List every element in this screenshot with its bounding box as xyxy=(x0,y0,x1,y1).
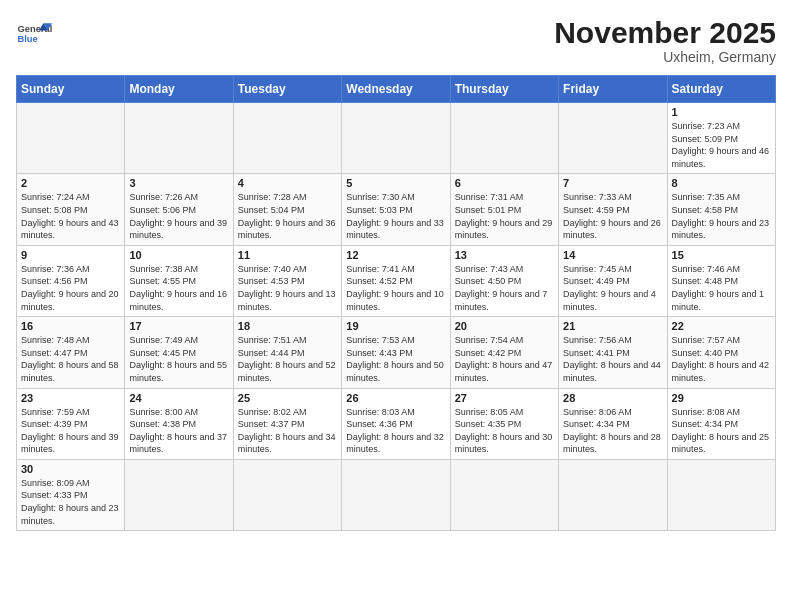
day-number: 16 xyxy=(21,320,120,332)
calendar-day-cell: 7Sunrise: 7:33 AM Sunset: 4:59 PM Daylig… xyxy=(559,174,667,245)
calendar-table: SundayMondayTuesdayWednesdayThursdayFrid… xyxy=(16,75,776,531)
day-number: 17 xyxy=(129,320,228,332)
day-number: 14 xyxy=(563,249,662,261)
calendar-day-cell xyxy=(233,459,341,530)
calendar-week-row: 1Sunrise: 7:23 AM Sunset: 5:09 PM Daylig… xyxy=(17,103,776,174)
day-number: 10 xyxy=(129,249,228,261)
calendar-day-cell xyxy=(450,103,558,174)
calendar-day-cell: 15Sunrise: 7:46 AM Sunset: 4:48 PM Dayli… xyxy=(667,245,775,316)
calendar-day-cell: 12Sunrise: 7:41 AM Sunset: 4:52 PM Dayli… xyxy=(342,245,450,316)
calendar-day-cell: 28Sunrise: 8:06 AM Sunset: 4:34 PM Dayli… xyxy=(559,388,667,459)
calendar-day-cell: 3Sunrise: 7:26 AM Sunset: 5:06 PM Daylig… xyxy=(125,174,233,245)
calendar-day-cell: 4Sunrise: 7:28 AM Sunset: 5:04 PM Daylig… xyxy=(233,174,341,245)
day-info: Sunrise: 7:24 AM Sunset: 5:08 PM Dayligh… xyxy=(21,191,120,241)
calendar-day-cell: 20Sunrise: 7:54 AM Sunset: 4:42 PM Dayli… xyxy=(450,317,558,388)
day-number: 13 xyxy=(455,249,554,261)
calendar-day-cell xyxy=(559,103,667,174)
calendar-day-cell: 19Sunrise: 7:53 AM Sunset: 4:43 PM Dayli… xyxy=(342,317,450,388)
calendar-day-cell xyxy=(17,103,125,174)
day-info: Sunrise: 8:00 AM Sunset: 4:38 PM Dayligh… xyxy=(129,406,228,456)
day-number: 22 xyxy=(672,320,771,332)
day-number: 18 xyxy=(238,320,337,332)
calendar-day-cell: 1Sunrise: 7:23 AM Sunset: 5:09 PM Daylig… xyxy=(667,103,775,174)
calendar-day-cell: 27Sunrise: 8:05 AM Sunset: 4:35 PM Dayli… xyxy=(450,388,558,459)
page-header: General Blue November 2025 Uxheim, Germa… xyxy=(16,16,776,65)
day-number: 20 xyxy=(455,320,554,332)
calendar-day-cell: 26Sunrise: 8:03 AM Sunset: 4:36 PM Dayli… xyxy=(342,388,450,459)
title-block: November 2025 Uxheim, Germany xyxy=(554,16,776,65)
day-info: Sunrise: 7:30 AM Sunset: 5:03 PM Dayligh… xyxy=(346,191,445,241)
calendar-week-row: 9Sunrise: 7:36 AM Sunset: 4:56 PM Daylig… xyxy=(17,245,776,316)
day-info: Sunrise: 7:33 AM Sunset: 4:59 PM Dayligh… xyxy=(563,191,662,241)
calendar-day-cell: 13Sunrise: 7:43 AM Sunset: 4:50 PM Dayli… xyxy=(450,245,558,316)
day-info: Sunrise: 7:48 AM Sunset: 4:47 PM Dayligh… xyxy=(21,334,120,384)
svg-text:Blue: Blue xyxy=(17,34,37,44)
day-info: Sunrise: 7:40 AM Sunset: 4:53 PM Dayligh… xyxy=(238,263,337,313)
day-number: 15 xyxy=(672,249,771,261)
day-info: Sunrise: 7:51 AM Sunset: 4:44 PM Dayligh… xyxy=(238,334,337,384)
day-number: 23 xyxy=(21,392,120,404)
day-info: Sunrise: 8:08 AM Sunset: 4:34 PM Dayligh… xyxy=(672,406,771,456)
day-info: Sunrise: 7:45 AM Sunset: 4:49 PM Dayligh… xyxy=(563,263,662,313)
location-subtitle: Uxheim, Germany xyxy=(554,49,776,65)
day-info: Sunrise: 8:09 AM Sunset: 4:33 PM Dayligh… xyxy=(21,477,120,527)
day-info: Sunrise: 7:54 AM Sunset: 4:42 PM Dayligh… xyxy=(455,334,554,384)
day-info: Sunrise: 8:02 AM Sunset: 4:37 PM Dayligh… xyxy=(238,406,337,456)
day-info: Sunrise: 7:43 AM Sunset: 4:50 PM Dayligh… xyxy=(455,263,554,313)
calendar-day-cell xyxy=(125,459,233,530)
calendar-day-cell xyxy=(667,459,775,530)
calendar-day-cell xyxy=(125,103,233,174)
calendar-day-cell: 30Sunrise: 8:09 AM Sunset: 4:33 PM Dayli… xyxy=(17,459,125,530)
calendar-day-cell: 16Sunrise: 7:48 AM Sunset: 4:47 PM Dayli… xyxy=(17,317,125,388)
day-info: Sunrise: 7:41 AM Sunset: 4:52 PM Dayligh… xyxy=(346,263,445,313)
calendar-day-cell: 10Sunrise: 7:38 AM Sunset: 4:55 PM Dayli… xyxy=(125,245,233,316)
calendar-day-cell: 21Sunrise: 7:56 AM Sunset: 4:41 PM Dayli… xyxy=(559,317,667,388)
weekday-header-wednesday: Wednesday xyxy=(342,76,450,103)
day-number: 7 xyxy=(563,177,662,189)
calendar-day-cell: 25Sunrise: 8:02 AM Sunset: 4:37 PM Dayli… xyxy=(233,388,341,459)
logo: General Blue xyxy=(16,16,52,52)
weekday-header-thursday: Thursday xyxy=(450,76,558,103)
month-year-title: November 2025 xyxy=(554,16,776,49)
day-info: Sunrise: 7:31 AM Sunset: 5:01 PM Dayligh… xyxy=(455,191,554,241)
calendar-day-cell xyxy=(233,103,341,174)
weekday-header-saturday: Saturday xyxy=(667,76,775,103)
calendar-day-cell: 22Sunrise: 7:57 AM Sunset: 4:40 PM Dayli… xyxy=(667,317,775,388)
day-info: Sunrise: 7:28 AM Sunset: 5:04 PM Dayligh… xyxy=(238,191,337,241)
day-number: 5 xyxy=(346,177,445,189)
calendar-day-cell: 17Sunrise: 7:49 AM Sunset: 4:45 PM Dayli… xyxy=(125,317,233,388)
day-number: 8 xyxy=(672,177,771,189)
calendar-day-cell: 9Sunrise: 7:36 AM Sunset: 4:56 PM Daylig… xyxy=(17,245,125,316)
day-number: 28 xyxy=(563,392,662,404)
calendar-day-cell: 5Sunrise: 7:30 AM Sunset: 5:03 PM Daylig… xyxy=(342,174,450,245)
day-number: 3 xyxy=(129,177,228,189)
day-info: Sunrise: 7:23 AM Sunset: 5:09 PM Dayligh… xyxy=(672,120,771,170)
day-number: 9 xyxy=(21,249,120,261)
day-info: Sunrise: 7:35 AM Sunset: 4:58 PM Dayligh… xyxy=(672,191,771,241)
weekday-header-row: SundayMondayTuesdayWednesdayThursdayFrid… xyxy=(17,76,776,103)
weekday-header-friday: Friday xyxy=(559,76,667,103)
calendar-day-cell: 24Sunrise: 8:00 AM Sunset: 4:38 PM Dayli… xyxy=(125,388,233,459)
calendar-day-cell: 29Sunrise: 8:08 AM Sunset: 4:34 PM Dayli… xyxy=(667,388,775,459)
calendar-day-cell xyxy=(450,459,558,530)
calendar-day-cell: 18Sunrise: 7:51 AM Sunset: 4:44 PM Dayli… xyxy=(233,317,341,388)
day-number: 2 xyxy=(21,177,120,189)
weekday-header-tuesday: Tuesday xyxy=(233,76,341,103)
calendar-day-cell: 23Sunrise: 7:59 AM Sunset: 4:39 PM Dayli… xyxy=(17,388,125,459)
day-number: 24 xyxy=(129,392,228,404)
day-info: Sunrise: 7:57 AM Sunset: 4:40 PM Dayligh… xyxy=(672,334,771,384)
day-number: 4 xyxy=(238,177,337,189)
day-info: Sunrise: 8:06 AM Sunset: 4:34 PM Dayligh… xyxy=(563,406,662,456)
day-info: Sunrise: 7:36 AM Sunset: 4:56 PM Dayligh… xyxy=(21,263,120,313)
calendar-day-cell xyxy=(342,103,450,174)
day-number: 30 xyxy=(21,463,120,475)
logo-icon: General Blue xyxy=(16,16,52,52)
weekday-header-sunday: Sunday xyxy=(17,76,125,103)
day-info: Sunrise: 7:53 AM Sunset: 4:43 PM Dayligh… xyxy=(346,334,445,384)
day-number: 25 xyxy=(238,392,337,404)
day-info: Sunrise: 7:26 AM Sunset: 5:06 PM Dayligh… xyxy=(129,191,228,241)
day-number: 27 xyxy=(455,392,554,404)
calendar-day-cell: 2Sunrise: 7:24 AM Sunset: 5:08 PM Daylig… xyxy=(17,174,125,245)
day-info: Sunrise: 8:05 AM Sunset: 4:35 PM Dayligh… xyxy=(455,406,554,456)
day-info: Sunrise: 8:03 AM Sunset: 4:36 PM Dayligh… xyxy=(346,406,445,456)
